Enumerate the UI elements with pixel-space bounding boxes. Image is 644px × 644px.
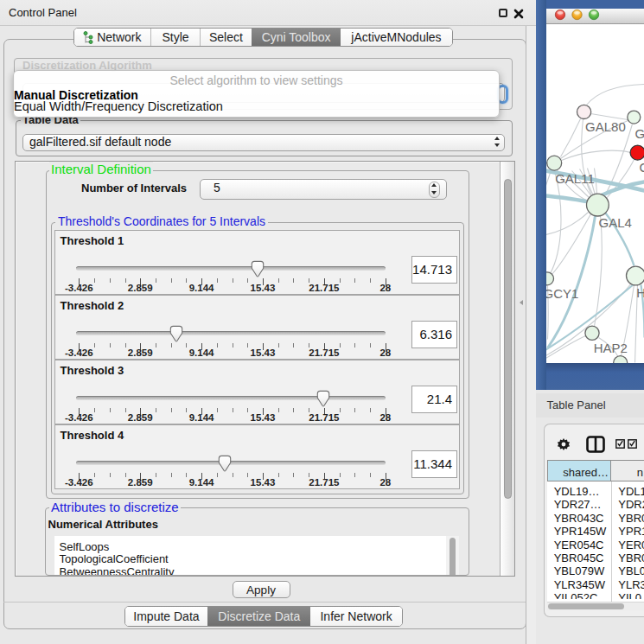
svg-text:HAP2: HAP2: [593, 340, 627, 354]
svg-text:H: H: [636, 284, 644, 299]
svg-text:CI: CI: [639, 160, 644, 175]
svg-text:GCY1: GCY1: [546, 286, 578, 301]
svg-text:GAL80: GAL80: [585, 119, 626, 134]
svg-text:GA: GA: [634, 126, 644, 141]
svg-text:GAL4: GAL4: [598, 215, 631, 230]
svg-text:GAL11: GAL11: [555, 171, 595, 186]
